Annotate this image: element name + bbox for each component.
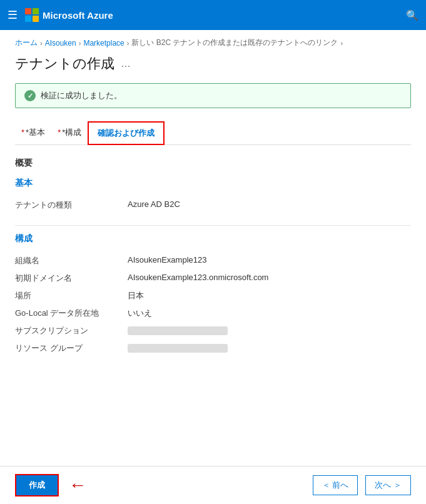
search-icon[interactable]: 🔍 (406, 9, 418, 21)
table-row: 場所 日本 (15, 287, 411, 305)
breadcrumb-marketplace[interactable]: Marketplace (83, 39, 124, 48)
domain-name-value: AIsoukenExample123.onmicrosoft.com (128, 270, 411, 287)
location-label: 場所 (15, 287, 128, 305)
table-row: Go-Local データ所在地 いいえ (15, 305, 411, 322)
svg-rect-0 (25, 8, 31, 14)
breadcrumb-home[interactable]: ホーム (15, 38, 38, 48)
golocal-value: いいえ (128, 305, 411, 322)
tenant-type-label: テナントの種類 (15, 196, 128, 214)
page-title: テナントの作成 (15, 54, 114, 73)
overview-heading: 概要 (15, 158, 411, 169)
org-name-label: 組織名 (15, 252, 128, 270)
success-banner: 検証に成功しました。 (15, 83, 411, 108)
hamburger-icon[interactable]: ☰ (8, 8, 18, 22)
tenant-type-value: Azure AD B2C (128, 196, 411, 214)
success-message: 検証に成功しました。 (41, 90, 122, 101)
tabs-row: *基本 *構成 確認および作成 (15, 121, 411, 145)
golocal-label: Go-Local データ所在地 (15, 305, 128, 322)
svg-rect-1 (33, 8, 39, 14)
app-title: Microsoft Azure (43, 10, 113, 21)
breadcrumb-aisouken[interactable]: AIsouken (45, 39, 76, 48)
location-value: 日本 (128, 287, 411, 305)
breadcrumb-sep-1: › (40, 39, 43, 47)
resource-group-blurred (128, 344, 228, 353)
table-row: サブスクリプション (15, 322, 411, 340)
prev-button[interactable]: ＜ 前へ (313, 475, 358, 495)
page-title-more-icon[interactable]: … (121, 58, 131, 69)
svg-rect-2 (25, 16, 31, 22)
arrow-icon: ← (69, 475, 86, 495)
breadcrumb-sep-4: › (340, 39, 343, 47)
config-detail-table: 組織名 AIsoukenExample123 初期ドメイン名 AIsoukenE… (15, 252, 411, 357)
subscription-value (128, 322, 411, 340)
top-bar: ☰ Microsoft Azure 🔍 (0, 0, 426, 30)
breadcrumb: ホーム › AIsouken › Marketplace › 新しい B2C テ… (15, 38, 411, 48)
next-button[interactable]: 次へ ＞ (365, 475, 411, 495)
org-name-value: AIsoukenExample123 (128, 252, 411, 270)
breadcrumb-current: 新しい B2C テナントの作成または既存のテナントへのリンク (131, 38, 338, 48)
table-row: 組織名 AIsoukenExample123 (15, 252, 411, 270)
tab-config-label[interactable]: *構成 (51, 122, 88, 143)
create-button[interactable]: 作成 (15, 474, 59, 496)
azure-logo-icon (25, 8, 39, 22)
breadcrumb-sep-2: › (79, 39, 81, 47)
tab-confirm-create[interactable]: 確認および作成 (88, 121, 165, 145)
resource-group-label: リソース グループ (15, 340, 128, 357)
breadcrumb-sep-3: › (127, 39, 129, 47)
table-row: 初期ドメイン名 AIsoukenExample123.onmicrosoft.c… (15, 270, 411, 287)
domain-name-label: 初期ドメイン名 (15, 270, 128, 287)
tab-basic-label[interactable]: *基本 (15, 122, 51, 143)
footer-bar: 作成 ← ＜ 前へ 次へ ＞ (0, 466, 426, 504)
logo: Microsoft Azure (25, 8, 113, 22)
table-row: テナントの種類 Azure AD B2C (15, 196, 411, 214)
table-row: リソース グループ (15, 340, 411, 357)
resource-group-value (128, 340, 411, 357)
main-content: ホーム › AIsouken › Marketplace › 新しい B2C テ… (0, 30, 426, 383)
success-check-icon (24, 90, 36, 101)
divider-1 (15, 225, 411, 226)
subscription-label: サブスクリプション (15, 322, 128, 340)
basic-detail-table: テナントの種類 Azure AD B2C (15, 196, 411, 214)
basic-section-heading: 基本 (15, 178, 411, 189)
page-title-row: テナントの作成 … (15, 54, 411, 73)
subscription-blurred (128, 326, 228, 335)
config-section-heading: 構成 (15, 233, 411, 244)
svg-rect-3 (33, 16, 39, 22)
